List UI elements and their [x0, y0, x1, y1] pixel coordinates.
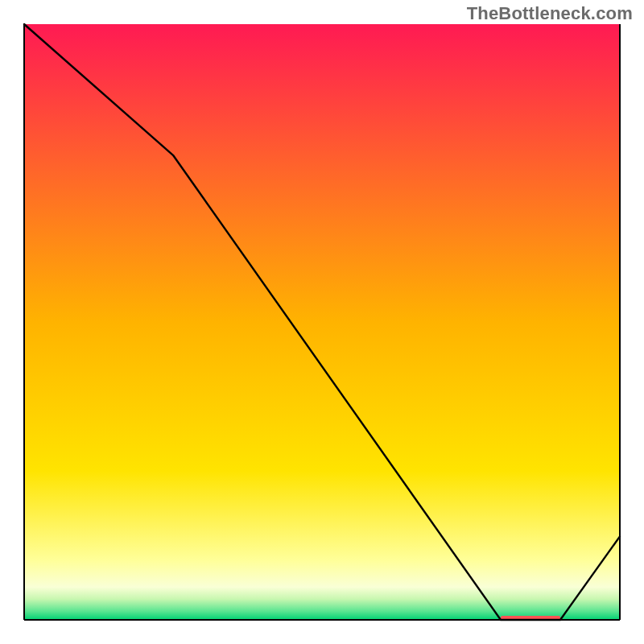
chart-canvas: TheBottleneck.com	[0, 0, 644, 644]
plot-background	[24, 24, 620, 620]
bottleneck-chart-svg	[0, 0, 644, 644]
